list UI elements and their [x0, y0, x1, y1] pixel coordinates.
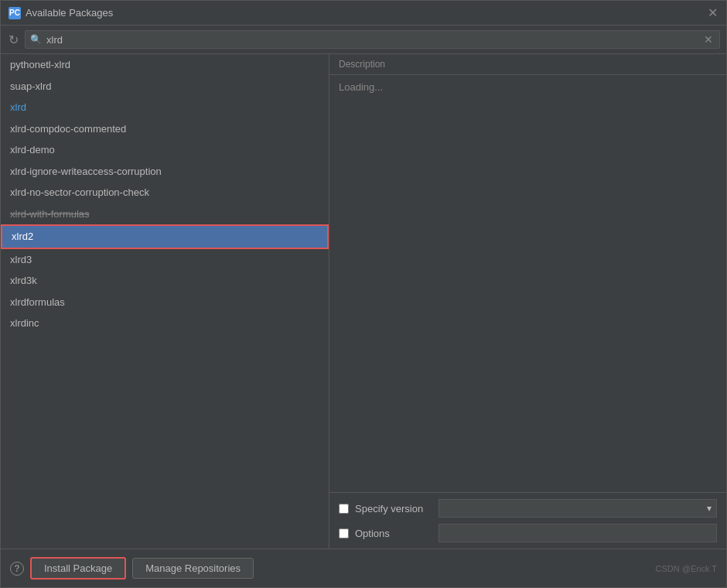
search-bar: ↻ 🔍 ✕	[1, 26, 726, 54]
package-item-xlrd[interactable]: xlrd	[1, 97, 329, 118]
right-panel: Description Loading... Specify version ▾…	[329, 54, 726, 549]
options-checkbox[interactable]	[339, 528, 349, 538]
package-item-suap-xlrd[interactable]: suap-xlrd	[1, 76, 329, 97]
help-icon[interactable]: ?	[10, 562, 24, 576]
package-item-xlrd-ignore-writeaccess-corruption[interactable]: xlrd-ignore-writeaccess-corruption	[1, 161, 329, 183]
description-label: Description	[329, 54, 726, 75]
package-item-xlrd-no-sector-corruption-check[interactable]: xlrd-no-sector-corruption-check	[1, 182, 329, 203]
specify-version-label: Specify version	[355, 503, 432, 514]
options-row: Options	[339, 524, 717, 542]
watermark: CSDN @Erick T	[656, 564, 717, 573]
package-item-xlrd2[interactable]: xlrd2	[1, 224, 329, 249]
package-list: pythonetl-xlrdsuap-xlrdxlrdxlrd-compdoc-…	[1, 54, 329, 549]
footer-left: ? Install Package Manage Repositories	[10, 557, 254, 579]
package-item-xlrd-demo[interactable]: xlrd-demo	[1, 139, 329, 161]
version-options-area: Specify version ▾ Options	[329, 492, 726, 549]
available-packages-window: PC Available Packages ✕ ↻ 🔍 ✕ pythonetl-…	[0, 0, 727, 588]
close-button[interactable]: ✕	[705, 5, 720, 21]
footer: ? Install Package Manage Repositories CS…	[1, 549, 726, 587]
search-clear-icon[interactable]: ✕	[702, 33, 715, 46]
title-bar-left: PC Available Packages	[9, 7, 113, 19]
search-wrapper: 🔍 ✕	[25, 30, 720, 49]
left-panel: pythonetl-xlrdsuap-xlrdxlrdxlrd-compdoc-…	[1, 54, 329, 549]
specify-version-checkbox[interactable]	[339, 504, 349, 514]
dropdown-arrow-icon: ▾	[707, 503, 712, 514]
package-item-xlrdformulas[interactable]: xlrdformulas	[1, 292, 329, 313]
specify-version-dropdown[interactable]: ▾	[439, 499, 717, 518]
package-item-xlrdinc[interactable]: xlrdinc	[1, 313, 329, 334]
main-content: pythonetl-xlrdsuap-xlrdxlrdxlrd-compdoc-…	[1, 54, 726, 549]
package-item-pythonetl-xlrd[interactable]: pythonetl-xlrd	[1, 54, 329, 76]
app-icon: PC	[9, 7, 21, 19]
window-title: Available Packages	[26, 7, 113, 19]
refresh-icon[interactable]: ↻	[7, 31, 20, 49]
package-item-xlrd3[interactable]: xlrd3	[1, 249, 329, 271]
options-input[interactable]	[439, 524, 717, 542]
package-item-xlrd-with-formulas[interactable]: xlrd-with-formulas	[1, 203, 329, 225]
title-bar: PC Available Packages ✕	[1, 1, 726, 26]
options-label: Options	[355, 528, 432, 539]
package-item-xlrd3k[interactable]: xlrd3k	[1, 270, 329, 292]
description-content: Loading...	[329, 75, 726, 492]
package-item-xlrd-compdoc-commented[interactable]: xlrd-compdoc-commented	[1, 118, 329, 140]
manage-repositories-button[interactable]: Manage Repositories	[132, 558, 254, 579]
specify-version-row: Specify version ▾	[339, 499, 717, 518]
search-input[interactable]	[46, 34, 698, 46]
loading-text: Loading...	[339, 81, 383, 93]
search-icon: 🔍	[30, 34, 42, 45]
install-package-button[interactable]: Install Package	[30, 557, 126, 579]
